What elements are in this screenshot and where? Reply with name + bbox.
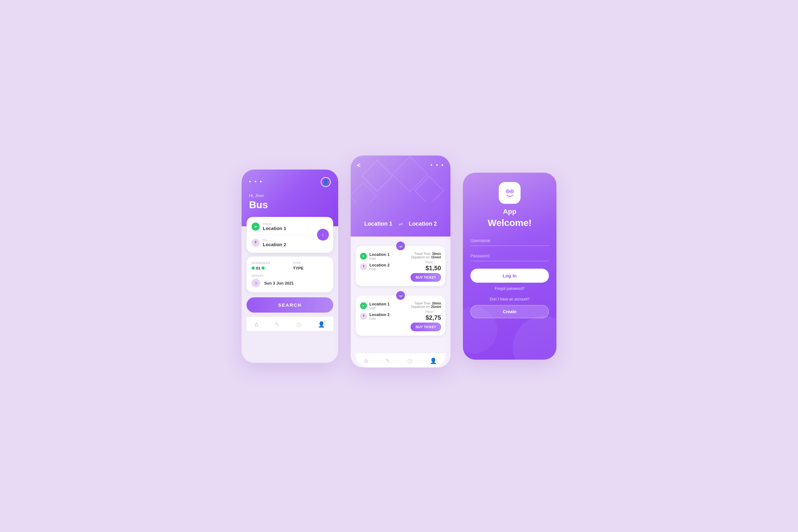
type-value: TYPE: [293, 266, 328, 270]
nav-home[interactable]: ⌂: [255, 321, 259, 327]
result-to-row-1: 📍 Location 2 Date: [360, 263, 404, 271]
passenger-value: 01: [251, 266, 287, 270]
password-input[interactable]: [470, 251, 549, 261]
username-input[interactable]: [470, 235, 549, 246]
buy-button-2[interactable]: BUY TICKET: [411, 323, 441, 331]
phone-screen-3: App Welcome! Log In Forgot password? Don…: [463, 173, 556, 360]
result-to-row-2: 📍 Location 2 Date: [360, 312, 404, 320]
depart-label: DEPART: [251, 274, 328, 278]
result-content-1: ➤ Location 1 Date 📍 Location 2 Date: [360, 252, 441, 282]
screens-container: • • • 👤 Hi, Jhon Bus ➤ FROM Location 1 📍: [242, 165, 556, 367]
phone-screen-1: • • • 👤 Hi, Jhon Bus ➤ FROM Location 1 📍: [242, 170, 338, 363]
price-2: Price: $2,75: [425, 308, 441, 321]
departure-1: Departure on: 15mint: [411, 255, 441, 259]
login-button[interactable]: Log In: [470, 269, 549, 283]
type-label: TYPE: [293, 262, 328, 265]
bus-badge-1: 🚌: [396, 242, 405, 250]
passenger-label: PASSENGER: [251, 262, 287, 265]
svg-point-6: [507, 191, 508, 192]
result-to-date-2: Date: [369, 317, 390, 320]
from-row: ➤ FROM Location 1: [251, 223, 328, 231]
to-row: 📍 TO Location 2: [251, 239, 328, 247]
nav2-compass[interactable]: ✎: [385, 358, 390, 364]
passenger-col: PASSENGER 01: [251, 262, 287, 270]
price-1: Price: $1,50: [425, 259, 441, 272]
back-button[interactable]: <: [357, 162, 361, 169]
result-to-name-2: Location 2: [369, 312, 390, 317]
result-content-2: ➤ Location 1 Date 📍 Location 2 Date: [360, 302, 441, 331]
result-card-2: 🚌 ➤ Location 1 Date 📍: [356, 296, 445, 336]
menu-dots[interactable]: • • •: [249, 178, 263, 185]
dot-right: [262, 266, 265, 270]
result-from-date-1: Date: [369, 257, 390, 260]
screen1-content: ➤ FROM Location 1 📍 TO Location 2 ↕: [242, 226, 338, 363]
app-logo: [499, 182, 520, 204]
calendar-icon: ◷: [251, 279, 260, 287]
travel-time-2: Travel Time: 20min: [414, 302, 441, 305]
route-location1: Location 1: [364, 221, 392, 227]
results-section: 🚌 ➤ Location 1 Date 📍: [351, 236, 451, 367]
result-to-date-1: Date: [369, 267, 390, 271]
depart-section: DEPART ◷ Sun 3 Jun 2021: [251, 274, 328, 287]
to-location-name: Location 2: [263, 242, 286, 247]
result-from-info-1: Location 1 Date: [369, 252, 390, 260]
result-from-icon-2: ➤: [360, 302, 367, 309]
nav2-home[interactable]: ⌂: [364, 358, 368, 364]
departure-2: Departure on: 25mint: [411, 305, 441, 308]
dot-left: [251, 266, 255, 270]
to-location-info: TO Location 2: [263, 239, 286, 247]
passenger-type-row: PASSENGER 01 TYPE TYPE: [251, 262, 328, 270]
price-value-1: $1,50: [425, 265, 441, 272]
result-from-icon-1: ➤: [360, 253, 367, 260]
depart-row: ◷ Sun 3 Jun 2021: [251, 279, 328, 287]
forgot-password-link[interactable]: Forgot password?: [495, 286, 525, 291]
result-to-icon-2: 📍: [360, 313, 367, 320]
type-col: TYPE TYPE: [293, 262, 328, 270]
avatar-icon[interactable]: 👤: [321, 177, 331, 187]
result-to-info-2: Location 2 Date: [369, 312, 390, 320]
result-card-1: 🚌 ➤ Location 1 Date 📍: [356, 246, 445, 286]
from-location-name: Location 1: [263, 226, 286, 231]
result-from-name-1: Location 1: [369, 252, 390, 257]
to-label: TO: [263, 239, 286, 242]
price-value-2: $2,75: [425, 314, 441, 321]
search-button[interactable]: SEARCH: [247, 297, 333, 312]
nav-user[interactable]: 👤: [318, 321, 325, 328]
nav2-user[interactable]: 👤: [430, 358, 437, 364]
result-info-1: Travel Time: 30min Departure on: 15mint …: [407, 252, 441, 282]
route-arrow: ⇌: [399, 221, 403, 227]
app-name: App: [503, 208, 516, 216]
page-title: Bus: [249, 199, 331, 211]
buy-button-1[interactable]: BUY TICKET: [411, 273, 441, 282]
passenger-number: 01: [256, 266, 260, 270]
travel-time-1: Travel Time: 30min: [414, 252, 441, 255]
svg-point-8: [511, 191, 512, 192]
welcome-heading: Welcome!: [488, 217, 531, 228]
screen2-bottom-nav: ⌂ ✎ ◷ 👤: [356, 353, 445, 367]
from-icon: ➤: [251, 223, 260, 231]
depart-date: Sun 3 Jun 2021: [264, 281, 293, 285]
more-dots[interactable]: • • •: [431, 162, 444, 169]
svg-rect-2: [415, 176, 443, 202]
nav2-clock[interactable]: ◷: [407, 358, 413, 364]
result-info-2: Travel Time: 20min Departure on: 25mint …: [407, 302, 441, 331]
location-card: ➤ FROM Location 1 📍 TO Location 2 ↕: [247, 217, 333, 253]
result-from-date-2: Date: [369, 306, 390, 310]
result-from-row-2: ➤ Location 1 Date: [360, 302, 404, 310]
route-location2: Location 2: [409, 221, 437, 227]
create-account-button[interactable]: Create: [470, 305, 549, 318]
svg-rect-4: [503, 186, 517, 200]
from-location-info: FROM Location 1: [263, 223, 286, 231]
nav-compass[interactable]: ✎: [275, 321, 280, 328]
result-from-row-1: ➤ Location 1 Date: [360, 252, 404, 260]
result-to-name-1: Location 2: [369, 263, 390, 267]
to-icon: 📍: [251, 239, 260, 247]
nav-clock[interactable]: ◷: [297, 321, 301, 328]
result-locations-1: ➤ Location 1 Date 📍 Location 2 Date: [360, 252, 404, 282]
result-to-icon-1: 📍: [360, 263, 367, 270]
phone-screen-2: < • • • Location 1 ⇌ Location 2 🚌 ➤: [351, 155, 451, 367]
swap-button[interactable]: ↕: [317, 229, 329, 241]
screen1-bottom-nav: ⌂ ✎ ◷ 👤: [247, 316, 333, 331]
no-account-text: Don´t have an account?: [490, 297, 529, 301]
from-label: FROM: [263, 223, 286, 226]
